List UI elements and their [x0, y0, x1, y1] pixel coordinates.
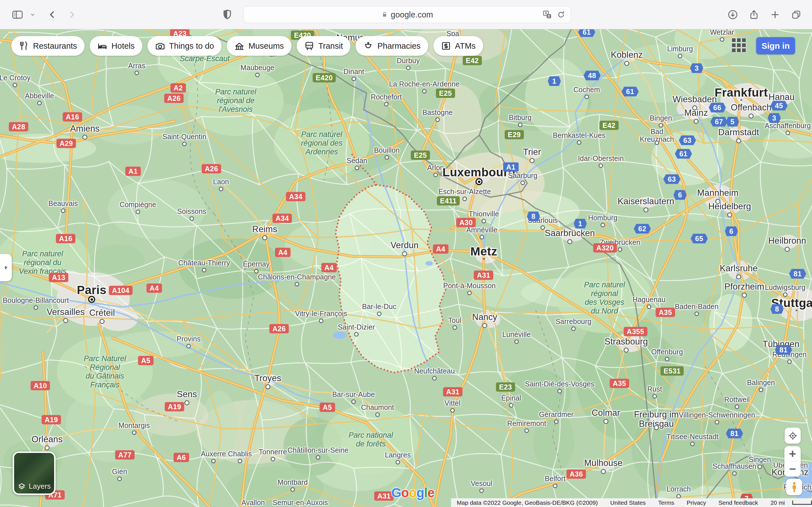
chip-label: Things to do	[169, 41, 214, 51]
chip-atms[interactable]: ATMs	[434, 36, 484, 56]
logo-letter: o	[409, 485, 416, 500]
browser-toolbar: google.com A 文	[0, 0, 812, 29]
address-bar[interactable]: google.com A 文	[243, 6, 571, 23]
map-attribution-bar: Map data ©2022 Google, GeoBasis-DE/BKG (…	[451, 498, 812, 507]
chip-label: ATMs	[455, 41, 476, 51]
zoom-control: + −	[784, 446, 801, 476]
chip-label: Hotels	[111, 41, 135, 51]
new-tab-button[interactable]	[770, 9, 780, 20]
downloads-button[interactable]	[727, 9, 738, 20]
chip-pharmacies[interactable]: Pharmacies	[356, 36, 428, 56]
chip-label: Pharmacies	[377, 41, 420, 51]
map-data-credit: Map data ©2022 Google, GeoBasis-DE/BKG (…	[457, 499, 598, 506]
hotels-icon	[97, 41, 107, 51]
sidebar-chevron-icon[interactable]	[30, 11, 36, 18]
logo-letter: G	[391, 485, 401, 500]
sidebar-toggle-icon[interactable]	[12, 10, 23, 19]
layers-button[interactable]: Layers	[13, 452, 56, 495]
scale-bar	[792, 501, 812, 505]
transit-icon	[304, 41, 314, 51]
zoom-out-button[interactable]: −	[784, 463, 801, 475]
zoom-divider	[788, 461, 797, 462]
zoom-in-button[interactable]: +	[784, 448, 801, 460]
map-canvas[interactable]: NamurSpaDurbuyWetzlarKoblenzLimburgMaube…	[0, 0, 812, 507]
my-location-icon	[788, 431, 798, 441]
my-location-button[interactable]	[784, 428, 801, 444]
reload-icon[interactable]	[557, 10, 566, 19]
logo-letter: e	[427, 485, 435, 500]
pharmacies-icon	[363, 41, 373, 51]
svg-text:文: 文	[547, 14, 551, 18]
pegman-icon	[790, 482, 799, 493]
chip-museums[interactable]: Museums	[227, 36, 292, 56]
restaurants-icon	[19, 41, 29, 51]
back-button[interactable]	[47, 10, 57, 19]
tab-overview-button[interactable]	[791, 9, 802, 20]
chip-label: Transit	[318, 41, 343, 51]
chip-transit[interactable]: Transit	[297, 36, 351, 56]
scale-label: 20 mi	[770, 499, 784, 506]
chip-label: Museums	[248, 41, 284, 51]
lock-icon	[381, 11, 388, 18]
privacy-link[interactable]: Privacy	[687, 499, 706, 506]
logo-letter: l	[424, 485, 427, 500]
side-panel-expand-button[interactable]	[0, 254, 12, 281]
terms-link[interactable]: Terms	[658, 499, 674, 506]
region-label[interactable]: United States	[610, 499, 646, 506]
layers-label: Layers	[29, 482, 51, 491]
logo-letter: g	[416, 485, 424, 500]
museums-icon	[234, 41, 245, 51]
layers-icon	[17, 482, 26, 491]
share-button[interactable]	[749, 9, 759, 20]
chip-label: Restaurants	[33, 41, 77, 51]
google-apps-grid-icon[interactable]	[732, 38, 746, 52]
google-logo[interactable]: Google	[391, 485, 434, 500]
feedback-link[interactable]: Send feedback	[718, 499, 758, 506]
privacy-shield-icon[interactable]	[222, 9, 232, 20]
category-chip-bar: RestaurantsHotelsThings to doMuseumsTran…	[11, 36, 483, 56]
expand-arrow-icon	[2, 264, 10, 271]
map-graphics	[0, 0, 812, 507]
forward-button[interactable]	[67, 10, 77, 19]
chip-restaurants[interactable]: Restaurants	[11, 36, 85, 56]
url-text: google.com	[391, 10, 433, 19]
sign-in-button[interactable]: Sign in	[756, 37, 795, 54]
things-icon	[155, 41, 165, 51]
logo-letter: o	[401, 485, 409, 500]
atms-icon	[441, 41, 451, 51]
translate-icon[interactable]: A 文	[543, 10, 552, 19]
pegman-button[interactable]	[786, 479, 802, 495]
chip-things[interactable]: Things to do	[147, 36, 222, 56]
chip-hotels[interactable]: Hotels	[90, 36, 142, 56]
